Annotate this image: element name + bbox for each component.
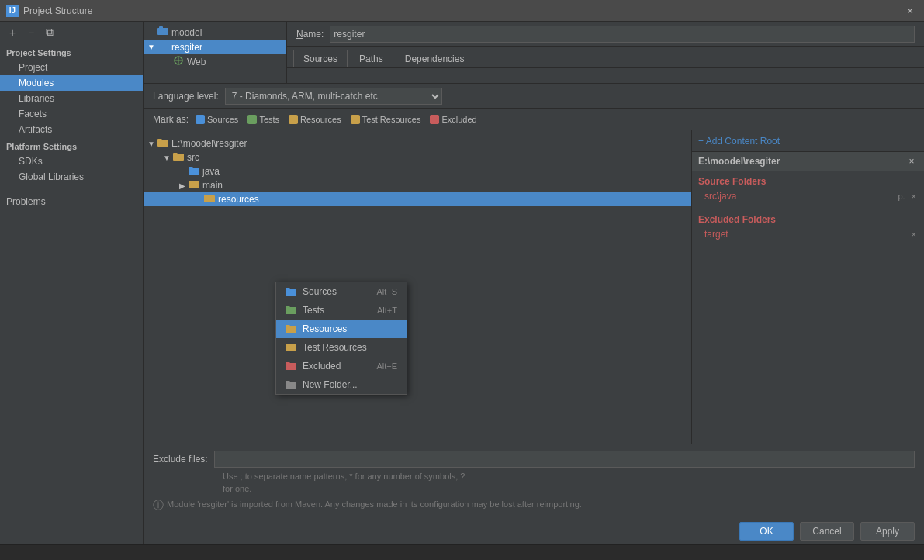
mark-as-test-resources[interactable]: Test Resources xyxy=(348,114,424,125)
context-menu-excluded[interactable]: Excluded Alt+E xyxy=(276,357,407,375)
add-content-root-button[interactable]: + Add Content Root xyxy=(698,136,780,147)
cm-new-folder-icon xyxy=(286,380,296,389)
context-menu-new-folder[interactable]: New Folder... xyxy=(276,375,407,394)
svg-rect-3 xyxy=(159,41,163,43)
file-tree: ▼ E:\moodel\resgiter ▼ src xyxy=(144,130,691,444)
tab-dependencies[interactable]: Dependencies xyxy=(395,50,475,67)
language-level-select[interactable]: 7 - Diamonds, ARM, multi-catch etc. xyxy=(225,88,442,105)
cancel-button[interactable]: Cancel xyxy=(800,522,854,541)
app-icon: IJ xyxy=(6,5,19,17)
source-folder-edit[interactable]: p. xyxy=(896,192,906,201)
exclude-files-input[interactable] xyxy=(214,451,915,468)
cm-sources-shortcut: Alt+S xyxy=(376,287,397,296)
title-bar: IJ Project Structure × xyxy=(0,0,924,22)
cm-test-resources-label: Test Resources xyxy=(303,342,367,353)
cm-excluded-shortcut: Alt+E xyxy=(376,361,397,371)
context-menu-resources[interactable]: Resources xyxy=(276,320,407,338)
mark-as-sources[interactable]: Sources xyxy=(193,114,241,125)
excluded-folder-remove[interactable]: × xyxy=(910,230,918,239)
mark-as-excluded[interactable]: Excluded xyxy=(427,114,479,125)
cm-tests-icon xyxy=(286,306,296,315)
language-level-row: Language level: 7 - Diamonds, ARM, multi… xyxy=(144,84,924,109)
info-close-button[interactable]: × xyxy=(905,155,918,168)
excluded-folder-item: target × xyxy=(692,227,924,241)
main-content: + − ⧉ Project Settings Project Modules L… xyxy=(0,22,924,544)
sidebar-item-global-libraries[interactable]: Global Libraries xyxy=(0,169,143,185)
sidebar-item-modules[interactable]: Modules xyxy=(0,75,143,91)
module-label-resgiter: resgiter xyxy=(171,42,202,53)
mark-as-row: Mark as: Sources Tests Resources Test Re… xyxy=(144,109,924,130)
tab-sources[interactable]: Sources xyxy=(293,50,348,67)
info-icon: ⓘ xyxy=(153,500,164,510)
bottom-area: Exclude files: Use ; to separate name pa… xyxy=(144,444,924,517)
mark-as-resources[interactable]: Resources xyxy=(286,114,344,125)
add-module-button[interactable]: + xyxy=(5,25,20,40)
mark-test-resources-label: Test Resources xyxy=(362,115,421,124)
cm-tests-label: Tests xyxy=(303,305,324,316)
tree-label-main: main xyxy=(202,180,223,191)
mark-as-tests[interactable]: Tests xyxy=(245,114,282,125)
module-tree-resgiter[interactable]: ▼ resgiter xyxy=(144,40,286,54)
cm-tests-shortcut: Alt+T xyxy=(377,306,397,315)
ok-button[interactable]: OK xyxy=(739,522,794,541)
tree-item-resources[interactable]: resources xyxy=(144,192,691,206)
mark-excluded-label: Excluded xyxy=(441,115,476,124)
exclude-files-row: Exclude files: xyxy=(153,451,915,468)
remove-module-button[interactable]: − xyxy=(23,25,39,40)
resources-color-icon xyxy=(289,115,298,124)
copy-module-button[interactable]: ⧉ xyxy=(42,25,57,40)
tree-item-src[interactable]: ▼ src xyxy=(144,150,691,164)
excluded-folders-header: Excluded Folders xyxy=(692,209,924,227)
module-tree-moodel[interactable]: moodel xyxy=(144,25,286,40)
mark-as-label: Mark as: xyxy=(153,114,189,125)
tree-item-java[interactable]: java xyxy=(144,164,691,178)
tree-label-java: java xyxy=(202,166,220,177)
exclude-files-label: Exclude files: xyxy=(153,454,208,465)
context-menu-test-resources[interactable]: Test Resources xyxy=(276,338,407,357)
context-menu-tests[interactable]: Tests Alt+T xyxy=(276,301,407,320)
mark-tests-label: Tests xyxy=(259,115,279,124)
test-resources-color-icon xyxy=(351,115,360,124)
platform-settings-header: Platform Settings xyxy=(0,137,143,154)
module-tree-web[interactable]: Web xyxy=(144,54,286,69)
source-folder-remove[interactable]: × xyxy=(910,192,918,201)
close-button[interactable]: × xyxy=(902,3,918,19)
apply-button[interactable]: Apply xyxy=(860,522,915,541)
sidebar-item-facets[interactable]: Facets xyxy=(0,106,143,122)
tree-label-src: src xyxy=(187,152,199,163)
sidebar: + − ⧉ Project Settings Project Modules L… xyxy=(0,22,144,544)
tree-item-root[interactable]: ▼ E:\moodel\resgiter xyxy=(144,137,691,150)
tabs-bar: Sources Paths Dependencies xyxy=(287,47,924,68)
info-message: Module 'resgiter' is imported from Maven… xyxy=(167,500,582,509)
context-menu: Sources Alt+S Tests Alt+T xyxy=(275,282,407,395)
tree-label-root: E:\moodel\resgiter xyxy=(171,138,247,149)
folder-icon-root xyxy=(157,138,168,149)
sidebar-item-problems[interactable]: Problems xyxy=(0,194,143,209)
folder-icon-resources xyxy=(204,194,215,205)
content-area: ▼ E:\moodel\resgiter ▼ src xyxy=(144,130,924,444)
sidebar-item-project[interactable]: Project xyxy=(0,60,143,75)
name-tabs-area: Name: Sources Paths Dependencies xyxy=(287,22,924,83)
info-path-row: E:\moodel\resgiter × xyxy=(692,152,924,171)
svg-rect-1 xyxy=(159,26,163,29)
sidebar-item-artifacts[interactable]: Artifacts xyxy=(0,122,143,137)
tab-paths[interactable]: Paths xyxy=(349,50,393,67)
tests-color-icon xyxy=(247,115,257,124)
mark-sources-label: Sources xyxy=(207,115,238,124)
folder-icon-main xyxy=(189,180,199,191)
sidebar-item-libraries[interactable]: Libraries xyxy=(0,91,143,106)
tree-item-main[interactable]: ▶ main xyxy=(144,178,691,192)
name-bar: Name: xyxy=(287,22,924,47)
sidebar-item-sdks[interactable]: SDKs xyxy=(0,154,143,169)
sidebar-toolbar: + − ⧉ xyxy=(0,22,143,43)
mark-resources-label: Resources xyxy=(300,115,341,124)
cm-sources-label: Sources xyxy=(303,286,337,297)
cm-resources-icon xyxy=(286,324,296,334)
folder-icon-src xyxy=(173,152,184,163)
svg-rect-0 xyxy=(157,28,168,35)
name-input[interactable] xyxy=(330,26,915,43)
info-path-text: E:\moodel\resgiter xyxy=(698,156,780,167)
module-icon-resgiter xyxy=(157,41,168,53)
language-level-selector: 7 - Diamonds, ARM, multi-catch etc. xyxy=(225,88,442,105)
context-menu-sources[interactable]: Sources Alt+S xyxy=(276,282,407,301)
